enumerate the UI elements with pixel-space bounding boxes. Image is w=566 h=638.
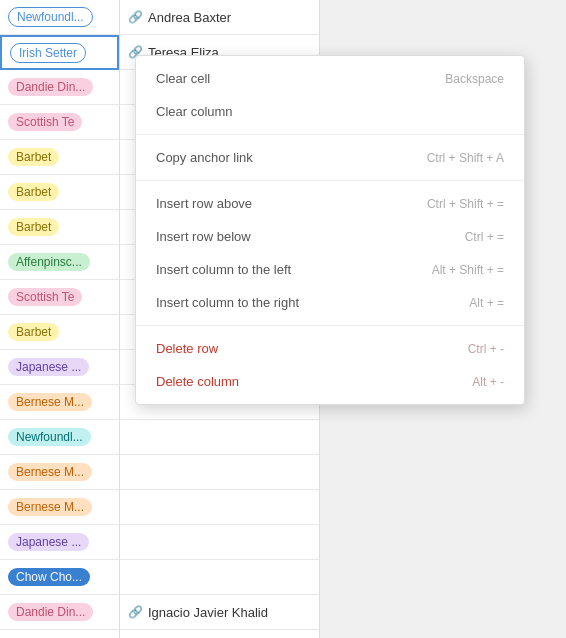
breed-badge-7: Affenpinsc... — [8, 253, 90, 271]
breed-item-2[interactable]: Dandie Din... — [0, 70, 119, 105]
menu-shortcut-7: Ctrl + - — [468, 342, 504, 356]
menu-item-copy-anchor[interactable]: Copy anchor linkCtrl + Shift + A — [136, 141, 524, 174]
breed-item-0[interactable]: Newfoundl... — [0, 0, 119, 35]
menu-item-clear-cell[interactable]: Clear cellBackspace — [136, 62, 524, 95]
menu-item-label-3: Insert row above — [156, 196, 252, 211]
breed-badge-10: Japanese ... — [8, 358, 89, 376]
breed-badge-4: Barbet — [8, 148, 59, 166]
menu-item-label-0: Clear cell — [156, 71, 210, 86]
name-item-17: 🔗Ignacio Javier Khalid — [120, 595, 319, 630]
breed-badge-0: Newfoundl... — [8, 7, 93, 27]
menu-shortcut-4: Ctrl + = — [465, 230, 504, 244]
breed-badge-13: Bernese M... — [8, 463, 92, 481]
breed-item-10[interactable]: Japanese ... — [0, 350, 119, 385]
breed-item-16[interactable]: Chow Cho... — [0, 560, 119, 595]
breed-item-13[interactable]: Bernese M... — [0, 455, 119, 490]
menu-item-insert-col-left[interactable]: Insert column to the leftAlt + Shift + = — [136, 253, 524, 286]
menu-divider-6 — [136, 325, 524, 326]
breed-badge-9: Barbet — [8, 323, 59, 341]
breed-badge-15: Japanese ... — [8, 533, 89, 551]
name-item-18: 🔗Jacob Kopczynski — [120, 630, 319, 638]
menu-divider-1 — [136, 134, 524, 135]
name-item-16 — [120, 560, 319, 595]
name-item-14 — [120, 490, 319, 525]
menu-divider-2 — [136, 180, 524, 181]
breed-item-15[interactable]: Japanese ... — [0, 525, 119, 560]
menu-item-clear-column[interactable]: Clear column — [136, 95, 524, 128]
breed-item-17[interactable]: Dandie Din... — [0, 595, 119, 630]
breed-badge-8: Scottish Te — [8, 288, 82, 306]
menu-item-label-2: Copy anchor link — [156, 150, 253, 165]
menu-shortcut-3: Ctrl + Shift + = — [427, 197, 504, 211]
menu-item-label-6: Insert column to the right — [156, 295, 299, 310]
name-item-15 — [120, 525, 319, 560]
breed-badge-14: Bernese M... — [8, 498, 92, 516]
breed-item-7[interactable]: Affenpinsc... — [0, 245, 119, 280]
breed-badge-5: Barbet — [8, 183, 59, 201]
breed-list: Newfoundl...Irish SetterDandie Din...Sco… — [0, 0, 120, 638]
menu-shortcut-2: Ctrl + Shift + A — [427, 151, 504, 165]
breed-badge-16: Chow Cho... — [8, 568, 90, 586]
breed-item-12[interactable]: Newfoundl... — [0, 420, 119, 455]
breed-badge-17: Dandie Din... — [8, 603, 93, 621]
menu-item-delete-row[interactable]: Delete rowCtrl + - — [136, 332, 524, 365]
breed-badge-11: Bernese M... — [8, 393, 92, 411]
breed-badge-3: Scottish Te — [8, 113, 82, 131]
breed-item-1[interactable]: Irish Setter — [0, 35, 119, 70]
menu-shortcut-5: Alt + Shift + = — [432, 263, 504, 277]
breed-item-5[interactable]: Barbet — [0, 175, 119, 210]
menu-shortcut-6: Alt + = — [469, 296, 504, 310]
breed-item-11[interactable]: Bernese M... — [0, 385, 119, 420]
menu-item-label-7: Delete row — [156, 341, 218, 356]
breed-item-18[interactable]: Chow Chow — [0, 630, 119, 638]
menu-item-insert-row-above[interactable]: Insert row aboveCtrl + Shift + = — [136, 187, 524, 220]
breed-item-6[interactable]: Barbet — [0, 210, 119, 245]
menu-shortcut-8: Alt + - — [472, 375, 504, 389]
menu-item-label-8: Delete column — [156, 374, 239, 389]
menu-item-insert-col-right[interactable]: Insert column to the rightAlt + = — [136, 286, 524, 319]
context-menu: Clear cellBackspaceClear columnCopy anch… — [135, 55, 525, 405]
link-icon: 🔗 — [128, 10, 143, 24]
menu-shortcut-0: Backspace — [445, 72, 504, 86]
name-item-0: 🔗Andrea Baxter — [120, 0, 319, 35]
name-item-13 — [120, 455, 319, 490]
breed-item-8[interactable]: Scottish Te — [0, 280, 119, 315]
name-label-17: Ignacio Javier Khalid — [148, 605, 268, 620]
menu-item-label-4: Insert row below — [156, 229, 251, 244]
breed-item-3[interactable]: Scottish Te — [0, 105, 119, 140]
breed-badge-12: Newfoundl... — [8, 428, 91, 446]
name-item-12 — [120, 420, 319, 455]
breed-item-9[interactable]: Barbet — [0, 315, 119, 350]
menu-item-delete-column[interactable]: Delete columnAlt + - — [136, 365, 524, 398]
name-label-0: Andrea Baxter — [148, 10, 231, 25]
breed-badge-6: Barbet — [8, 218, 59, 236]
breed-badge-2: Dandie Din... — [8, 78, 93, 96]
link-icon: 🔗 — [128, 605, 143, 619]
breed-item-14[interactable]: Bernese M... — [0, 490, 119, 525]
breed-badge-1: Irish Setter — [10, 43, 86, 63]
menu-item-label-5: Insert column to the left — [156, 262, 291, 277]
menu-item-insert-row-below[interactable]: Insert row belowCtrl + = — [136, 220, 524, 253]
breed-item-4[interactable]: Barbet — [0, 140, 119, 175]
menu-item-label-1: Clear column — [156, 104, 233, 119]
